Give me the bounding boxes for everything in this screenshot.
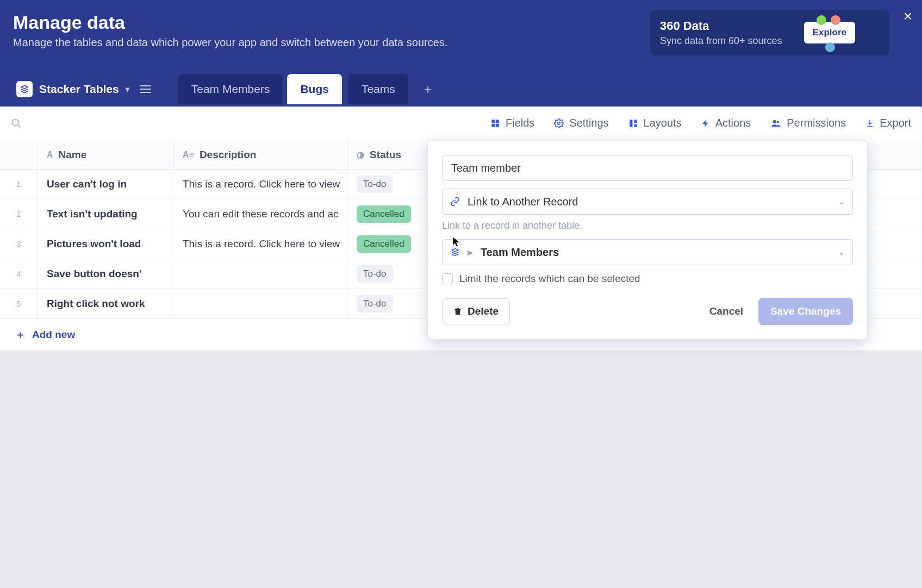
add-field-popup: Link to Another Record ⌄ Link to a recor… bbox=[427, 140, 868, 340]
toolbar-fields[interactable]: Fields bbox=[490, 117, 534, 129]
stacker-icon bbox=[16, 81, 33, 97]
delete-button[interactable]: Delete bbox=[442, 298, 510, 324]
layout-icon bbox=[628, 118, 638, 128]
toolbar-export[interactable]: Export bbox=[865, 117, 911, 129]
gear-icon bbox=[554, 118, 564, 128]
status-badge[interactable]: To-do bbox=[357, 176, 393, 193]
promo-card[interactable]: 360 Data Sync data from 60+ sources Expl… bbox=[650, 10, 889, 55]
tab-teams[interactable]: Teams bbox=[348, 74, 408, 104]
svg-rect-3 bbox=[491, 123, 495, 127]
promo-title: 360 Data bbox=[660, 19, 782, 33]
field-name-input[interactable] bbox=[442, 155, 853, 181]
cancel-button[interactable]: Cancel bbox=[703, 299, 750, 324]
svg-rect-7 bbox=[634, 120, 637, 123]
svg-rect-6 bbox=[630, 120, 632, 127]
chevron-down-icon: ▾ bbox=[126, 85, 129, 93]
longtext-icon: A≡ bbox=[183, 150, 194, 160]
add-tab-button[interactable]: ＋ bbox=[413, 80, 443, 98]
tabs-row: Stacker Tables ▾ Team Members Bugs Teams… bbox=[0, 72, 922, 107]
cursor-icon bbox=[451, 235, 461, 247]
toolbar-actions[interactable]: Actions bbox=[701, 117, 751, 129]
trash-icon bbox=[453, 306, 462, 316]
svg-point-9 bbox=[773, 120, 776, 123]
svg-rect-4 bbox=[496, 123, 499, 127]
chevron-down-icon: ⌄ bbox=[838, 197, 845, 206]
download-icon bbox=[865, 118, 874, 128]
col-name[interactable]: A Name bbox=[38, 140, 174, 169]
menu-icon[interactable] bbox=[140, 85, 151, 93]
status-badge[interactable]: To-do bbox=[357, 295, 393, 312]
toolbar-layouts[interactable]: Layouts bbox=[628, 117, 682, 129]
users-icon bbox=[770, 118, 781, 128]
search-icon[interactable] bbox=[11, 118, 22, 129]
field-type-hint: Link to a record in another table. bbox=[442, 220, 853, 232]
status-badge[interactable]: Cancelled bbox=[357, 235, 411, 253]
tab-team-members[interactable]: Team Members bbox=[178, 74, 283, 104]
table-toolbar: Fields Settings Layouts Actions Permissi… bbox=[0, 107, 922, 140]
toolbar-settings[interactable]: Settings bbox=[554, 117, 608, 129]
col-description[interactable]: A≡ Description bbox=[174, 140, 348, 169]
chevron-right-icon: ▸ bbox=[468, 246, 473, 259]
status-badge[interactable]: To-do bbox=[357, 265, 393, 283]
link-icon bbox=[450, 197, 460, 207]
chevron-down-icon: ⌄ bbox=[838, 248, 845, 257]
field-type-select[interactable]: Link to Another Record ⌄ bbox=[442, 189, 853, 215]
svg-point-0 bbox=[13, 119, 19, 126]
explore-button[interactable]: Explore bbox=[804, 22, 855, 43]
page-header: Manage data Manage the tables and data w… bbox=[0, 0, 922, 107]
status-badge[interactable]: Cancelled bbox=[357, 205, 411, 223]
checkbox-icon[interactable] bbox=[442, 273, 453, 284]
svg-point-10 bbox=[777, 121, 780, 123]
toolbar-permissions[interactable]: Permissions bbox=[770, 117, 846, 129]
text-icon: A bbox=[47, 150, 53, 160]
promo-decor bbox=[817, 15, 840, 25]
svg-rect-1 bbox=[491, 120, 495, 123]
svg-point-5 bbox=[558, 122, 560, 124]
status-icon: ◑ bbox=[357, 149, 364, 160]
tab-bugs[interactable]: Bugs bbox=[287, 74, 342, 104]
grid-icon bbox=[490, 118, 500, 128]
promo-desc: Sync data from 60+ sources bbox=[660, 35, 782, 47]
bolt-icon bbox=[701, 118, 710, 128]
empty-area bbox=[0, 351, 922, 588]
plus-icon: ＋ bbox=[15, 328, 26, 342]
target-table-select[interactable]: ▸ Team Members ⌄ bbox=[442, 239, 853, 265]
data-source-name: Stacker Tables bbox=[39, 83, 119, 96]
limit-records-checkbox[interactable]: Limit the records which can be selected bbox=[442, 273, 853, 285]
close-icon[interactable]: × bbox=[904, 8, 912, 25]
stacker-icon bbox=[450, 247, 460, 257]
data-source-selector[interactable]: Stacker Tables ▾ bbox=[11, 81, 157, 97]
save-changes-button[interactable]: Save Changes bbox=[758, 298, 853, 325]
svg-rect-8 bbox=[634, 124, 637, 127]
svg-rect-2 bbox=[496, 120, 499, 123]
